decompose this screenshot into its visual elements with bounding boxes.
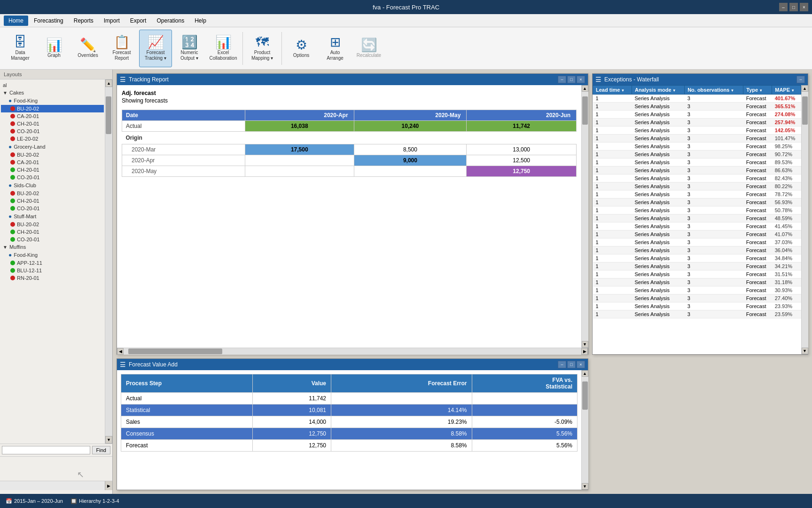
tree-group-food-king[interactable]: ● Food-King — [1, 96, 104, 105]
exceptions-minimize-btn[interactable]: – — [796, 76, 805, 83]
menu-import[interactable]: Import — [99, 16, 125, 26]
ribbon-graph[interactable]: 📊 Graph — [38, 30, 70, 67]
ribbon-recalculate[interactable]: 🔄 Recalculate — [352, 30, 385, 67]
menu-forecasting[interactable]: Forecasting — [29, 16, 68, 26]
tree-item-co-20-01-gl[interactable]: CO-20-01 — [1, 174, 104, 181]
tracking-scroll-down[interactable]: ▼ — [582, 341, 588, 348]
exc-scroll-up[interactable]: ▲ — [802, 85, 808, 92]
exceptions-hamburger-icon[interactable]: ☰ — [595, 76, 601, 83]
exc-type-14: Forecast — [743, 206, 772, 214]
find-button[interactable]: Find — [92, 446, 110, 454]
fva-minimize-btn[interactable]: – — [558, 361, 566, 368]
tracking-close-btn[interactable]: × — [577, 76, 585, 83]
ribbon-numeric-output[interactable]: 🔢 NumericOutput ▾ — [173, 30, 206, 67]
tracking-hscroll-thumb[interactable] — [128, 349, 222, 354]
bu-sm-dot — [10, 222, 15, 227]
sidebar-scroll-up[interactable]: ▲ — [105, 79, 112, 87]
tree-item-ca-20-01-fk[interactable]: CA-20-01 — [1, 112, 104, 120]
tracking-minimize-btn[interactable]: – — [558, 76, 566, 83]
menu-help[interactable]: Help — [190, 16, 211, 26]
analysis-mode-col[interactable]: Analysis mode — [632, 86, 684, 95]
lead-time-col[interactable]: Lead time — [593, 86, 632, 95]
tracking-window-controls: – □ × — [558, 76, 585, 83]
ribbon-forecast-tracking[interactable]: 📈 ForecastTracking ▾ — [139, 30, 172, 67]
exc-lead-18: 1 — [593, 238, 632, 246]
tracking-maximize-btn[interactable]: □ — [567, 76, 576, 83]
ribbon-excel-collab[interactable]: 📊 ExcelCollaboration — [207, 30, 240, 67]
tracking-scroll-up[interactable]: ▲ — [582, 85, 588, 92]
menu-home[interactable]: Home — [4, 16, 28, 26]
ribbon-product-mapping[interactable]: 🗺 ProductMapping ▾ — [246, 30, 279, 67]
fva-close-btn[interactable]: × — [577, 361, 585, 368]
tree-item-bu-20-02-gl[interactable]: BU-20-02 — [1, 151, 104, 159]
tree-item-ch-20-01-gl[interactable]: CH-20-01 — [1, 166, 104, 174]
fva-hamburger-icon[interactable]: ☰ — [120, 361, 126, 368]
exc-lead-1: 1 — [593, 103, 632, 111]
origin-header-row: Origin — [122, 132, 577, 144]
content-area: ☰ Tracking Report – □ × Adj. forecast Sh… — [113, 70, 812, 494]
tree-group-stuff-mart[interactable]: ● Stuff-Mart — [1, 212, 104, 221]
tree-item-ch-20-01-sm[interactable]: CH-20-01 — [1, 228, 104, 236]
tree-item-bu-20-02-fk[interactable]: BU-20-02 — [1, 105, 104, 112]
ribbon-data-manager[interactable]: 🗄 DataManager — [4, 30, 37, 67]
fva-actual-fva — [472, 393, 577, 405]
tree-item-co-20-01-sc[interactable]: CO-20-01 — [1, 205, 104, 212]
mape-col[interactable]: MAPE — [772, 86, 801, 95]
menu-operations[interactable]: Operations — [152, 16, 189, 26]
ribbon-options[interactable]: ⚙ Options — [285, 30, 318, 67]
sidebar-scroll-thumb[interactable] — [106, 96, 111, 134]
exc-scroll-down[interactable]: ▼ — [802, 348, 808, 354]
sidebar-right-arrow[interactable]: ▶ — [105, 481, 112, 490]
menu-reports[interactable]: Reports — [69, 16, 98, 26]
tracking-hamburger-icon[interactable]: ☰ — [120, 76, 126, 83]
tree-item-ch-20-01-fk[interactable]: CH-20-01 — [1, 120, 104, 127]
close-button[interactable]: × — [800, 3, 808, 11]
ca-gl-dot — [10, 160, 15, 165]
fva-maximize-btn[interactable]: □ — [567, 361, 576, 368]
ribbon-forecast-report[interactable]: 📋 ForecastReport — [105, 30, 138, 67]
origin-may-may — [354, 166, 467, 177]
tree-item-app-12-11[interactable]: APP-12-11 — [1, 259, 104, 267]
fva-table: Process Step Value Forecast Error FVA vs… — [121, 374, 578, 452]
tree-item-co-20-01-sm[interactable]: CO-20-01 — [1, 236, 104, 243]
sidebar-scroll-down[interactable]: ▼ — [105, 436, 112, 444]
no-obs-col[interactable]: No. observations — [685, 86, 743, 95]
fva-sales-label: Sales — [121, 416, 253, 428]
tree-item-blu-12-11[interactable]: BLU-12-11 — [1, 267, 104, 274]
fva-scroll-down[interactable]: ▼ — [582, 483, 588, 490]
type-col[interactable]: Type — [743, 86, 772, 95]
search-input[interactable] — [2, 446, 90, 454]
graph-label: Graph — [47, 53, 61, 58]
tree-item-co-20-01-fk[interactable]: CO-20-01 — [1, 127, 104, 135]
exc-scroll-thumb[interactable] — [802, 96, 808, 125]
tracking-hscroll-right[interactable]: ▶ — [581, 348, 588, 355]
menu-export[interactable]: Export — [125, 16, 151, 26]
ribbon-overrides[interactable]: ✏️ Overrides — [71, 30, 104, 67]
tree-group-food-king-m[interactable]: ● Food-King — [1, 251, 104, 259]
origin-mar-label: 2020-Mar — [122, 144, 245, 155]
ribbon-auto-arrange[interactable]: ⊞ AutoArrange — [319, 30, 351, 67]
origin-mar-may: 8,500 — [354, 144, 467, 155]
minimize-button[interactable]: – — [779, 3, 788, 11]
tree-item-rn-20-01[interactable]: RN-20-01 — [1, 274, 104, 282]
tree-group-cakes[interactable]: ▼ Cakes — [1, 89, 104, 96]
date-col-header: Date — [122, 110, 245, 121]
tree-group-sids-club[interactable]: ● Sids-Club — [1, 181, 104, 190]
exc-type-7: Forecast — [743, 151, 772, 159]
tree-item-bu-20-02-sc[interactable]: BU-20-02 — [1, 190, 104, 197]
exc-mape-26: 23.93% — [772, 302, 801, 310]
exc-obs-17: 3 — [685, 230, 743, 238]
tracking-scroll-thumb[interactable] — [582, 96, 588, 125]
tree-group-grocery-land[interactable]: ● Grocery-Land — [1, 143, 104, 151]
exc-type-0: Forecast — [743, 95, 772, 103]
tracking-hscroll-left[interactable]: ◀ — [117, 348, 124, 355]
tree-group-muffins[interactable]: ▼ Muffins — [1, 243, 104, 251]
tree-item-ch-20-01-sc[interactable]: CH-20-01 — [1, 197, 104, 205]
tree-item-le-20-02-fk[interactable]: LE-20-02 — [1, 135, 104, 143]
maximize-button[interactable]: □ — [789, 3, 798, 11]
tree-item-bu-20-02-sm[interactable]: BU-20-02 — [1, 221, 104, 228]
fva-scroll-up[interactable]: ▲ — [582, 370, 588, 377]
origin-mar-apr: 17,500 — [245, 144, 354, 155]
fva-scroll-thumb[interactable] — [582, 381, 588, 410]
tree-item-ca-20-01-gl[interactable]: CA-20-01 — [1, 159, 104, 166]
